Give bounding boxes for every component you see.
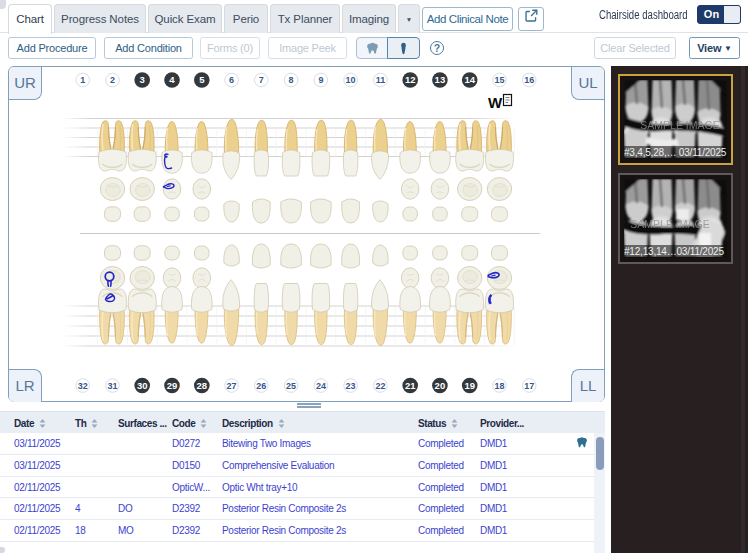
svg-text:1: 1 <box>80 75 85 85</box>
svg-text:15: 15 <box>494 75 504 85</box>
svg-text:11: 11 <box>376 75 386 85</box>
svg-text:10: 10 <box>346 75 356 85</box>
svg-text:W: W <box>488 94 503 111</box>
svg-text:23: 23 <box>346 381 356 391</box>
svg-text:8: 8 <box>289 75 294 85</box>
svg-text:4: 4 <box>169 74 175 85</box>
svg-text:13: 13 <box>435 74 446 85</box>
svg-text:SAMPLE IMAGE: SAMPLE IMAGE <box>640 119 719 131</box>
svg-text:2: 2 <box>110 75 115 85</box>
svg-text:31: 31 <box>107 381 117 391</box>
svg-text:29: 29 <box>167 380 178 391</box>
svg-text:17: 17 <box>524 381 534 391</box>
svg-text:24: 24 <box>316 381 326 391</box>
svg-text:32: 32 <box>78 381 88 391</box>
svg-text:28: 28 <box>197 380 208 391</box>
svg-text:21: 21 <box>405 380 416 391</box>
svg-text:7: 7 <box>259 75 264 85</box>
svg-text:20: 20 <box>435 380 446 391</box>
svg-text:12: 12 <box>405 74 416 85</box>
svg-text:27: 27 <box>227 381 237 391</box>
svg-text:30: 30 <box>137 380 148 391</box>
svg-text:26: 26 <box>256 381 266 391</box>
svg-text:5: 5 <box>199 74 205 85</box>
svg-text:18: 18 <box>494 381 504 391</box>
svg-text:6: 6 <box>229 75 234 85</box>
svg-text:9: 9 <box>318 75 323 85</box>
svg-text:SAMPLE IMAGE: SAMPLE IMAGE <box>630 218 709 230</box>
svg-text:16: 16 <box>524 75 534 85</box>
svg-text:22: 22 <box>375 381 385 391</box>
svg-text:3: 3 <box>140 74 145 85</box>
svg-text:14: 14 <box>464 74 475 85</box>
svg-text:25: 25 <box>286 381 296 391</box>
svg-text:19: 19 <box>464 380 475 391</box>
